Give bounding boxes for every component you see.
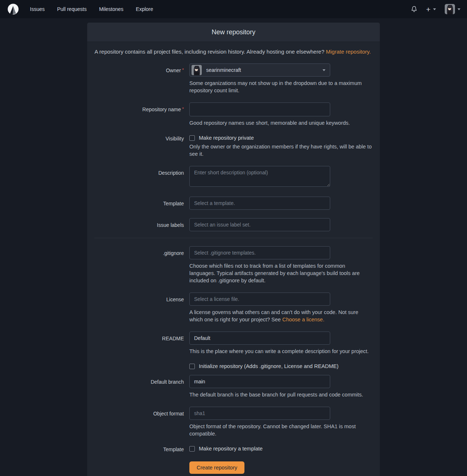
description-textarea[interactable]: [189, 166, 330, 187]
object-format-select[interactable]: sha1: [189, 407, 330, 420]
license-placeholder: Select a license file.: [194, 296, 239, 302]
license-help-text: A license governs what others can and ca…: [189, 309, 358, 322]
chevron-down-icon: [323, 69, 325, 71]
site-logo[interactable]: [7, 3, 20, 16]
bell-icon: [411, 5, 417, 13]
object-format-help: Object format of the repository. Cannot …: [189, 423, 373, 437]
user-menu[interactable]: [445, 4, 460, 14]
field-owner: Owner* searinminecraft: [94, 63, 373, 94]
issue-labels-placeholder: Select an issue label set.: [194, 222, 251, 228]
template-flag-label: Template: [94, 446, 184, 453]
nav-item-explore[interactable]: Explore: [136, 6, 153, 12]
intro-text: A repository contains all project files,…: [94, 48, 373, 55]
repository-name-label: Repository name*: [94, 102, 184, 127]
license-label: License: [94, 293, 184, 323]
license-select[interactable]: Select a license file.: [189, 293, 330, 306]
template-select-placeholder: Select a template.: [194, 200, 235, 206]
default-branch-label: Default branch: [94, 375, 184, 398]
owner-avatar: [192, 65, 202, 75]
codeberg-mountain-logo-icon: [7, 3, 20, 16]
section-divider: [94, 238, 373, 238]
initialize-label-spacer: [94, 363, 184, 369]
default-branch-input[interactable]: [189, 375, 330, 388]
required-asterisk: *: [182, 67, 184, 73]
license-help: A license governs what others can and ca…: [189, 309, 373, 323]
new-repository-panel: New repository A repository contains all…: [87, 23, 380, 476]
readme-help: This is the place where you can write a …: [189, 348, 373, 355]
readme-select[interactable]: Default: [189, 332, 330, 345]
user-avatar: [445, 4, 455, 14]
readme-label: README: [94, 332, 184, 355]
initialize-repository-checkbox-label[interactable]: Initialize repository (Adds .gitignore, …: [199, 363, 339, 369]
panel-header: New repository: [87, 23, 380, 42]
field-gitignore: .gitignore Select .gitignore templates. …: [94, 246, 373, 284]
private-checkbox-label[interactable]: Make repository private: [199, 135, 254, 141]
nav-links: Issues Pull requests Milestones Explore: [30, 6, 153, 12]
owner-select[interactable]: searinminecraft: [189, 63, 330, 77]
top-navbar: Issues Pull requests Milestones Explore …: [0, 0, 467, 18]
plus-icon: +: [426, 5, 431, 13]
object-format-label: Object format: [94, 407, 184, 437]
issue-labels-label: Issue labels: [94, 218, 184, 231]
template-checkbox-label[interactable]: Make repository a template: [199, 446, 263, 452]
description-label: Description: [94, 166, 184, 188]
field-template-flag: Template Make repository a template: [94, 446, 373, 453]
visibility-help: Only the owner or the organization membe…: [189, 143, 373, 158]
template-select-label: Template: [94, 197, 184, 210]
gitignore-select[interactable]: Select .gitignore templates.: [189, 246, 330, 259]
nav-item-issues[interactable]: Issues: [30, 6, 45, 12]
new-repository-form: A repository contains all project files,…: [87, 42, 380, 476]
private-checkbox[interactable]: [189, 135, 195, 141]
template-select[interactable]: Select a template.: [189, 197, 330, 210]
repository-name-help: Good repository names use short, memorab…: [189, 119, 373, 127]
field-description: Description: [94, 166, 373, 188]
initialize-repository-checkbox[interactable]: [189, 364, 195, 369]
nav-item-milestones[interactable]: Milestones: [99, 6, 123, 12]
owner-help: Some organizations may not show up in th…: [189, 80, 373, 94]
owner-label: Owner*: [94, 63, 184, 94]
issue-labels-select[interactable]: Select an issue label set.: [189, 218, 330, 231]
visibility-label: Visibility: [94, 135, 184, 158]
gitignore-placeholder: Select .gitignore templates.: [194, 250, 256, 256]
choose-a-license-link[interactable]: Choose a license.: [282, 317, 324, 322]
create-new-menu[interactable]: +: [426, 5, 436, 13]
default-branch-help: The default branch is the base branch fo…: [189, 391, 373, 398]
field-submit: Create repository: [94, 461, 373, 474]
notifications-button[interactable]: [411, 5, 417, 13]
readme-selected-value: Default: [194, 335, 210, 341]
chevron-down-icon: [458, 8, 460, 10]
gitignore-label: .gitignore: [94, 246, 184, 284]
submit-label-spacer: [94, 461, 184, 474]
owner-selected-value: searinminecraft: [206, 67, 241, 73]
field-object-format: Object format sha1 Object format of the …: [94, 407, 373, 437]
intro-description: A repository contains all project files,…: [94, 49, 324, 55]
field-issue-labels: Issue labels Select an issue label set.: [94, 218, 373, 231]
field-initialize: Initialize repository (Adds .gitignore, …: [94, 363, 373, 369]
field-default-branch: Default branch The default branch is the…: [94, 375, 373, 398]
template-checkbox[interactable]: [189, 446, 195, 452]
gitignore-help: Choose which files not to track from a l…: [189, 262, 373, 284]
chevron-down-icon: [433, 8, 436, 10]
field-readme: README Default This is the place where y…: [94, 332, 373, 355]
required-asterisk: *: [182, 106, 184, 112]
nav-item-pull-requests[interactable]: Pull requests: [57, 6, 86, 12]
field-license: License Select a license file. A license…: [94, 293, 373, 323]
field-repository-name: Repository name* Good repository names u…: [94, 102, 373, 127]
field-template-select: Template Select a template.: [94, 197, 373, 210]
object-format-selected-value: sha1: [194, 410, 205, 416]
create-repository-button[interactable]: Create repository: [189, 461, 244, 474]
field-visibility: Visibility Make repository private Only …: [94, 135, 373, 158]
migrate-repository-link[interactable]: Migrate repository.: [326, 49, 371, 55]
page-title: New repository: [212, 28, 255, 36]
navbar-right: +: [411, 4, 460, 14]
repository-name-input[interactable]: [189, 102, 330, 116]
